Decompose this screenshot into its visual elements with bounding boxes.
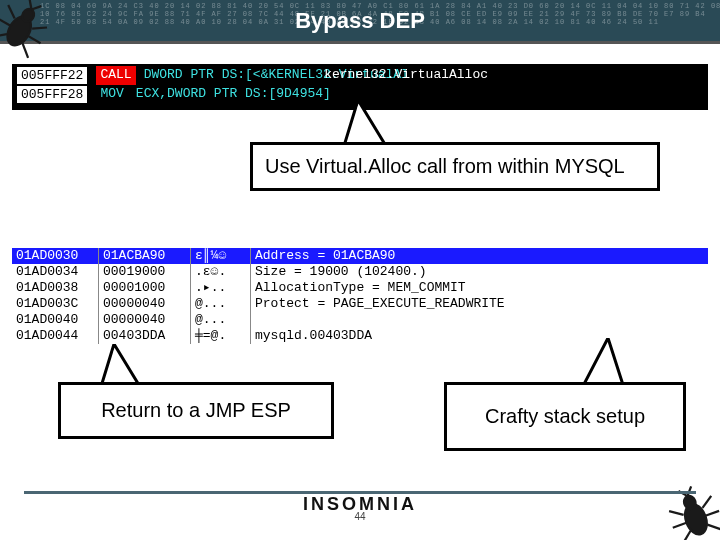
opcode: MOV xyxy=(96,85,127,104)
mem-value: 00000040 xyxy=(98,312,190,328)
mem-address: 01AD0040 xyxy=(12,312,98,328)
mem-value: 00403DDA xyxy=(98,328,190,344)
mem-ascii: @... xyxy=(190,312,250,328)
opcode: CALL xyxy=(96,66,135,85)
callout-text: Crafty stack setup xyxy=(485,405,645,427)
callout-jmp-esp: Return to a JMP ESP xyxy=(58,382,334,439)
svg-marker-24 xyxy=(582,338,624,388)
debugger-disasm: 005FFF22 CALL DWORD PTR DS:[<&KERNEL32.V… xyxy=(12,64,708,110)
svg-line-16 xyxy=(673,523,687,528)
callout-stack: Crafty stack setup xyxy=(444,382,686,451)
address-cell: 005FFF22 xyxy=(16,66,88,85)
slide-title: Bypass DEP xyxy=(0,8,720,34)
operand: ECX,DWORD PTR DS:[9D4954] xyxy=(136,85,331,104)
mem-address: 01AD0034 xyxy=(12,264,98,280)
memdump-row: 01AD003800001000.▸..AllocationType = MEM… xyxy=(12,280,708,296)
mem-value: 01ACBA90 xyxy=(98,248,190,264)
callout-tail xyxy=(578,338,628,388)
mem-ascii: ╪=@. xyxy=(190,328,250,344)
footer-brand: INSOMNIA 44 xyxy=(0,494,720,522)
slide-header: 1C 08 04 60 9A 24 C3 40 20 14 02 88 81 4… xyxy=(0,0,720,44)
mem-ascii: .ε☺. xyxy=(190,264,250,280)
svg-line-9 xyxy=(17,43,33,58)
page-number: 44 xyxy=(0,511,720,522)
svg-marker-21 xyxy=(350,106,382,144)
mem-annotation: Protect = PAGE_EXECUTE_READWRITE xyxy=(250,296,708,312)
mem-address: 01AD0038 xyxy=(12,280,98,296)
memdump-row: 01AD003001ACBA90ε║¼☺Address = 01ACBA90 xyxy=(12,248,708,264)
mem-address: 01AD003C xyxy=(12,296,98,312)
mem-annotation: Address = 01ACBA90 xyxy=(250,248,708,264)
mem-value: 00001000 xyxy=(98,280,190,296)
disasm-row: 005FFF28 MOV ECX,DWORD PTR DS:[9D4954] xyxy=(16,85,704,104)
callout-text: Use Virtual.Alloc call from within MYSQL xyxy=(265,155,625,177)
callout-virtualalloc: Use Virtual.Alloc call from within MYSQL xyxy=(250,142,660,191)
mem-value: 00000040 xyxy=(98,296,190,312)
mem-annotation: Size = 19000 (102400.) xyxy=(250,264,708,280)
svg-marker-25 xyxy=(588,345,620,386)
address-cell: 005FFF28 xyxy=(16,85,88,104)
svg-line-18 xyxy=(679,531,694,540)
mem-ascii: ε║¼☺ xyxy=(190,248,250,264)
mem-annotation xyxy=(250,312,708,328)
mem-value: 00019000 xyxy=(98,264,190,280)
memdump-row: 01AD003C00000040@...Protect = PAGE_EXECU… xyxy=(12,296,708,312)
mem-ascii: @... xyxy=(190,296,250,312)
callout-text: Return to a JMP ESP xyxy=(101,399,291,421)
svg-line-19 xyxy=(707,520,720,534)
memdump-row: 01AD004400403DDA╪=@.mysqld.00403DDA xyxy=(12,328,708,344)
mem-address: 01AD0030 xyxy=(12,248,98,264)
mem-address: 01AD0044 xyxy=(12,328,98,344)
mem-ascii: .▸.. xyxy=(190,280,250,296)
debugger-memdump: 01AD003001ACBA90ε║¼☺Address = 01ACBA9001… xyxy=(12,248,708,344)
mem-annotation: AllocationType = MEM_COMMIT xyxy=(250,280,708,296)
symbol-annotation: kernel32.VirtualAlloc xyxy=(324,66,488,83)
mem-annotation: mysqld.00403DDA xyxy=(250,328,708,344)
memdump-row: 01AD003400019000.ε☺.Size = 19000 (102400… xyxy=(12,264,708,280)
memdump-row: 01AD004000000040@... xyxy=(12,312,708,328)
